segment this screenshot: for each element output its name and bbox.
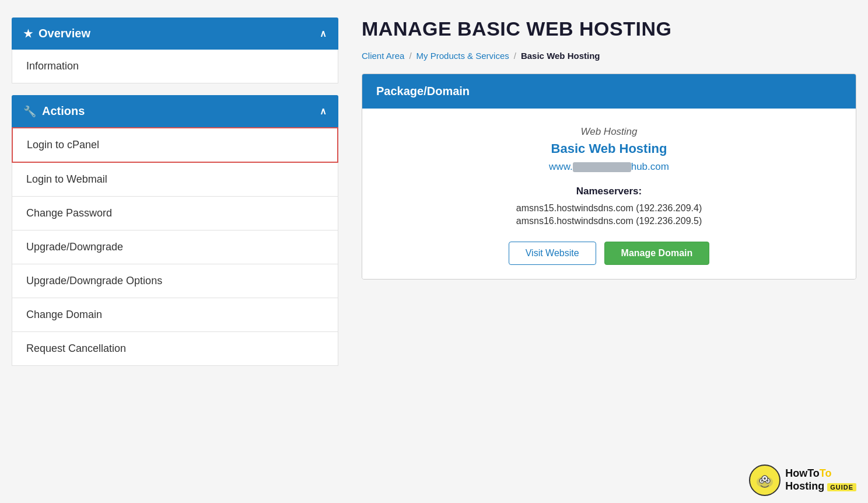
main-content: MANAGE BASIC WEB HOSTING Client Area / M… xyxy=(362,18,856,280)
package-domain: www. hub.com xyxy=(376,161,842,173)
sidebar-item-change-password[interactable]: Change Password xyxy=(12,197,338,230)
sidebar: ★ Overview ∧ Information 🔧 Actions ∧ Log… xyxy=(12,18,338,378)
manage-domain-button[interactable]: Manage Domain xyxy=(604,242,710,265)
header-left-actions: 🔧 Actions xyxy=(23,104,85,118)
nameservers-label: Nameservers: xyxy=(376,186,842,197)
change-password-label: Change Password xyxy=(26,207,112,219)
login-cpanel-label: Login to cPanel xyxy=(27,139,99,151)
breadcrumb-sep-1: / xyxy=(409,51,411,61)
visit-website-button[interactable]: Visit Website xyxy=(509,242,596,265)
upgrade-downgrade-options-label: Upgrade/Downgrade Options xyxy=(26,275,162,287)
request-cancellation-label: Request Cancellation xyxy=(26,343,126,354)
nameserver-entry-1: amsns15.hostwindsdns.com (192.236.209.4) xyxy=(376,203,842,214)
breadcrumb-client-area[interactable]: Client Area xyxy=(362,51,404,61)
breadcrumb-sep-2: / xyxy=(514,51,516,61)
sidebar-section-overview: ★ Overview ∧ Information xyxy=(12,18,338,83)
sidebar-section-overview-label: Overview xyxy=(38,27,90,40)
breadcrumb-current: Basic Web Hosting xyxy=(521,51,600,61)
sidebar-item-login-cpanel[interactable]: Login to cPanel xyxy=(12,127,338,163)
sidebar-item-information[interactable]: Information xyxy=(12,50,338,83)
nameserver-entry-2: amsns16.hostwindsdns.com (192.236.209.5) xyxy=(376,216,842,226)
breadcrumb-products-services[interactable]: My Products & Services xyxy=(416,51,509,61)
sidebar-section-actions-label: Actions xyxy=(42,104,85,118)
breadcrumb: Client Area / My Products & Services / B… xyxy=(362,51,856,61)
chevron-up-icon-actions: ∧ xyxy=(320,106,327,117)
page-title: MANAGE BASIC WEB HOSTING xyxy=(362,18,856,40)
package-type: Web Hosting xyxy=(376,126,842,138)
information-label: Information xyxy=(26,60,79,72)
page-wrapper: ★ Overview ∧ Information 🔧 Actions ∧ Log… xyxy=(0,0,868,395)
package-name: Basic Web Hosting xyxy=(376,141,842,156)
change-domain-label: Change Domain xyxy=(26,309,102,320)
package-actions: Visit Website Manage Domain xyxy=(376,242,842,265)
star-icon: ★ xyxy=(23,27,33,40)
sidebar-item-request-cancellation[interactable]: Request Cancellation xyxy=(12,332,338,366)
domain-redacted xyxy=(573,162,631,172)
package-card-header: Package/Domain xyxy=(362,74,856,109)
sidebar-item-upgrade-downgrade[interactable]: Upgrade/Downgrade xyxy=(12,230,338,264)
sidebar-item-login-webmail[interactable]: Login to Webmail xyxy=(12,163,338,197)
domain-prefix: www. xyxy=(549,161,573,172)
sidebar-header-actions[interactable]: 🔧 Actions ∧ xyxy=(12,95,338,127)
upgrade-downgrade-label: Upgrade/Downgrade xyxy=(26,241,123,253)
sidebar-section-actions: 🔧 Actions ∧ Login to cPanel Login to Web… xyxy=(12,95,338,366)
package-card-body: Web Hosting Basic Web Hosting www. hub.c… xyxy=(362,109,856,279)
package-card: Package/Domain Web Hosting Basic Web Hos… xyxy=(362,74,856,280)
chevron-up-icon-overview: ∧ xyxy=(320,28,327,39)
domain-suffix: hub.com xyxy=(631,161,669,172)
sidebar-item-upgrade-downgrade-options[interactable]: Upgrade/Downgrade Options xyxy=(12,264,338,298)
header-left-overview: ★ Overview xyxy=(23,27,90,40)
login-webmail-label: Login to Webmail xyxy=(26,173,107,185)
wrench-icon: 🔧 xyxy=(23,105,36,118)
sidebar-item-change-domain[interactable]: Change Domain xyxy=(12,298,338,332)
sidebar-header-overview[interactable]: ★ Overview ∧ xyxy=(12,18,338,50)
